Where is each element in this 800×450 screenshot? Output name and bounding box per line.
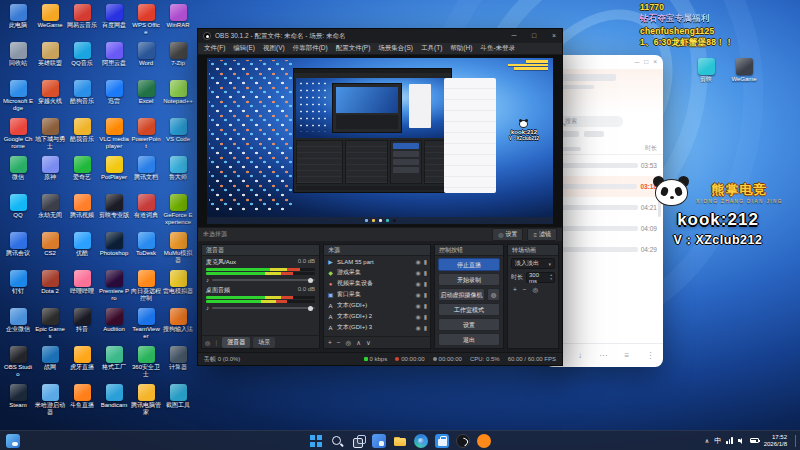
desktop-icon[interactable]: ToDesk [130,230,162,268]
desktop-icon[interactable]: 截图工具 [162,382,194,420]
desktop-icon[interactable]: 百度网盘 [98,2,130,40]
desktop-icon[interactable]: 钉钉 [2,268,34,306]
desktop-icon[interactable]: 计算器 [162,344,194,382]
desktop-icon[interactable]: TeamViewer [130,306,162,344]
desktop-icon[interactable]: PotPlayer [98,154,130,192]
desktop-icon[interactable]: 鲁大师 [162,154,194,192]
desktop-icon[interactable]: 地下城与勇士 [34,116,66,154]
show-desktop-button[interactable] [795,435,796,447]
desktop-icon[interactable]: Excel [130,78,162,116]
taskbar-obs-studio-button[interactable] [456,434,470,448]
desktop-icon[interactable]: 腾讯电脑管家 [130,382,162,420]
spinner-icons[interactable]: ▴▾ [550,274,552,281]
visibility-icon[interactable]: ◉ [415,324,420,331]
maximize-button[interactable]: □ [526,29,542,43]
desktop-icon[interactable]: 爱奇艺 [66,154,98,192]
search-input[interactable]: 搜索 [553,116,623,127]
desktop-icon[interactable]: 优酷 [66,230,98,268]
menu-item[interactable]: 帮助(H) [450,44,472,53]
maximize-button[interactable]: □ [644,55,648,69]
transition-properties-icon[interactable]: ◎ [533,286,539,294]
desktop-icon[interactable]: 360安全卫士 [130,344,162,382]
control-button[interactable]: 停止直播 [438,258,500,271]
desktop-icon[interactable]: WPS Office [130,2,162,40]
desktop-icon[interactable]: 此电脑 [2,2,34,40]
menu-item[interactable]: 编辑(E) [233,44,255,53]
source-row[interactable]: ●视频采集设备◉▮ [324,278,430,289]
text-placeholder[interactable] [584,131,604,137]
taskbar-start-button[interactable] [309,434,323,448]
desktop-icon[interactable]: 网易云音乐 [66,2,98,40]
menu-item[interactable]: 视图(V) [263,44,285,53]
desktop-icon[interactable]: OBS Studio [2,344,34,382]
source-row[interactable]: A文本(GDI+)◉▮ [324,300,430,311]
source-filters-button[interactable]: ≡滤镜 [527,228,557,241]
desktop-icon[interactable]: 7-Zip [162,40,194,78]
lock-icon[interactable]: ▮ [424,269,427,276]
mixer-menu-icon[interactable]: ⋮ [213,339,219,346]
tray-chevron-icon[interactable]: ∧ [705,437,709,444]
volume-slider[interactable] [212,279,315,281]
lock-icon[interactable]: ▮ [424,324,427,331]
desktop-icon[interactable]: Audition [98,306,130,344]
taskbar-widgets-weather-button[interactable] [6,434,20,448]
add-transition-icon[interactable]: + [513,286,517,294]
desktop-icon[interactable]: 虎牙直播 [66,344,98,382]
desktop-icon[interactable]: Photoshop [98,230,130,268]
menu-item[interactable]: 配置文件(P) [336,44,371,53]
obs-preview[interactable]: kook:212 V：XZclub212 [198,55,562,227]
desktop-icon[interactable]: 微信 [2,154,34,192]
remove-transition-icon[interactable]: − [523,286,527,294]
source-row[interactable]: A文本(GDI+) 3◉▮ [324,322,430,333]
volume-slider[interactable] [212,307,315,309]
lock-icon[interactable]: ▮ [424,280,427,287]
desktop-icon[interactable]: 有道词典 [130,192,162,230]
desktop-icon[interactable]: 酷狗音乐 [66,78,98,116]
desktop-icon[interactable]: 米哈游启动器 [34,382,66,420]
remove-source-icon[interactable]: − [337,339,341,346]
desktop-icon[interactable]: 原神 [34,154,66,192]
desktop-icon[interactable]: WeGame [728,56,760,94]
source-properties-icon[interactable]: ◎ [346,339,352,347]
desktop-icon[interactable]: 腾讯文档 [130,154,162,192]
desktop-icon[interactable]: Epic Games [34,306,66,344]
desktop-icon[interactable]: 英雄联盟 [34,40,66,78]
desktop-icon[interactable]: 酷我音乐 [66,116,98,154]
control-button[interactable]: 退出 [438,333,500,346]
taskbar-file-explorer-button[interactable] [393,434,407,448]
visibility-icon[interactable]: ◉ [415,302,420,309]
desktop-icon[interactable]: Steam [2,382,34,420]
minimize-button[interactable]: ─ [635,55,640,69]
desktop-icon[interactable]: 抖音 [66,306,98,344]
desktop-icon[interactable]: 企业微信 [2,306,34,344]
desktop-icon[interactable]: 穿越火线 [34,78,66,116]
desktop-icon[interactable]: Dota 2 [34,268,66,306]
desktop-icon[interactable]: VLC media player [98,116,130,154]
source-settings-button[interactable]: ◎设置 [492,228,523,241]
desktop-icon[interactable]: QQ音乐 [66,40,98,78]
desktop-icon[interactable]: 战网 [34,344,66,382]
desktop-icon[interactable]: Premiere Pro [98,268,130,306]
volume-slider-knob[interactable] [308,306,313,311]
desktop-icon[interactable]: 搜狗输入法 [162,306,194,344]
transitions-dock-title[interactable]: 转场动画 [508,245,558,256]
taskbar-douyu-button[interactable] [477,434,491,448]
lock-icon[interactable]: ▮ [424,313,427,320]
network-icon[interactable] [726,437,733,444]
desktop-icon[interactable]: CS2 [34,230,66,268]
desktop-icon[interactable]: Word [130,40,162,78]
mixer-settings-icon[interactable]: ◎ [205,339,210,346]
lock-icon[interactable]: ▮ [424,302,427,309]
more-icon[interactable]: ⋮ [646,351,654,360]
visibility-icon[interactable]: ◉ [415,269,420,276]
close-button[interactable]: × [546,29,562,43]
download-icon[interactable]: ↓ [578,351,582,360]
battery-icon[interactable] [750,438,759,443]
taskbar-task-view-button[interactable] [351,434,365,448]
desktop-icon[interactable]: WinRAR [162,2,194,40]
desktop-icon[interactable]: VS Code [162,116,194,154]
desktop-icon[interactable]: Notepad++ [162,78,194,116]
source-row[interactable]: ◆游戏采集◉▮ [324,267,430,278]
desktop-icon[interactable]: Bandicam [98,382,130,420]
clock[interactable]: 17:52 2026/1/8 [764,434,787,448]
